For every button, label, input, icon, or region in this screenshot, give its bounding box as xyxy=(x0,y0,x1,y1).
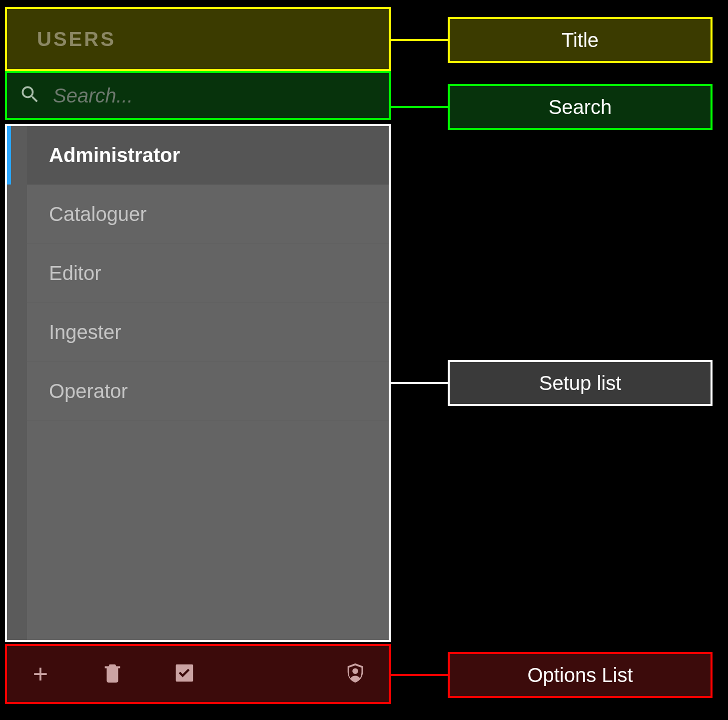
user-row-label: Administrator xyxy=(49,144,180,166)
user-row[interactable]: Administrator xyxy=(27,126,389,185)
connector-search xyxy=(391,106,448,108)
callout-search: Search xyxy=(448,84,713,130)
callout-title: Title xyxy=(448,17,713,63)
connector-list xyxy=(391,382,448,384)
permissions-button[interactable] xyxy=(342,660,369,688)
search-icon xyxy=(19,84,41,108)
add-button[interactable]: + xyxy=(27,660,54,688)
panel-title-bar: USERS xyxy=(5,7,391,71)
search-input[interactable] xyxy=(41,84,389,107)
selection-accent xyxy=(7,126,11,184)
users-panel: USERS xyxy=(5,7,391,120)
callout-options: Options List xyxy=(448,652,713,698)
enable-button[interactable] xyxy=(171,660,198,688)
callout-title-label: Title xyxy=(562,29,599,52)
connector-title xyxy=(391,39,448,41)
user-row-label: Cataloguer xyxy=(49,203,147,226)
search-bar[interactable] xyxy=(5,71,391,120)
callout-search-label: Search xyxy=(549,96,612,118)
callout-list-label: Setup list xyxy=(539,372,622,394)
user-row-label: Operator xyxy=(49,380,128,402)
users-list: AdministratorCataloguerEditorIngesterOpe… xyxy=(5,124,391,642)
user-row[interactable]: Editor xyxy=(27,244,389,303)
connector-options xyxy=(391,674,448,676)
callout-list: Setup list xyxy=(448,360,713,406)
user-row-label: Ingester xyxy=(49,321,121,344)
plus-icon: + xyxy=(33,661,48,687)
delete-button[interactable] xyxy=(99,660,126,688)
trash-icon xyxy=(101,662,124,686)
panel-title: USERS xyxy=(37,28,116,50)
check-icon xyxy=(173,662,196,686)
options-bar: + xyxy=(5,644,391,704)
user-row[interactable]: Operator xyxy=(27,362,389,421)
user-row[interactable]: Ingester xyxy=(27,303,389,362)
user-row-label: Editor xyxy=(49,262,101,284)
user-row[interactable]: Cataloguer xyxy=(27,185,389,244)
shield-user-icon xyxy=(344,662,367,686)
callout-options-label: Options List xyxy=(527,664,633,686)
